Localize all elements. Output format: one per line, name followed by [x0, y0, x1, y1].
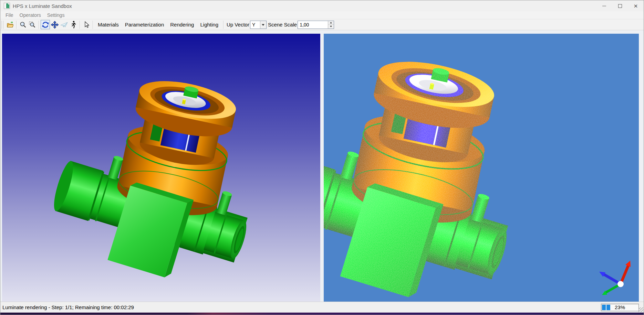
scene-scale-down-button[interactable]: [328, 25, 334, 29]
workspace: [0, 30, 644, 302]
toolbar-separator: [223, 21, 224, 29]
scene-scale-up-button[interactable]: [328, 21, 334, 25]
orbit-button[interactable]: [41, 20, 50, 29]
fly-button[interactable]: [59, 20, 69, 29]
pan-icon: [51, 21, 59, 29]
rendering-button[interactable]: Rendering: [167, 20, 197, 29]
axis-gizmo-icon: [599, 261, 631, 295]
select-button[interactable]: [82, 20, 91, 29]
open-file-icon: [6, 21, 14, 29]
up-vector-select[interactable]: Y: [250, 21, 267, 29]
menu-operators[interactable]: Operators: [17, 12, 44, 19]
minimize-button[interactable]: [596, 0, 612, 11]
scene-scale-input[interactable]: [298, 21, 328, 29]
scene-scale-spinner: [298, 21, 334, 29]
up-vector-dropdown-button[interactable]: [260, 21, 266, 29]
lighting-button[interactable]: Lighting: [197, 20, 221, 29]
toolbar-handle[interactable]: [1, 21, 3, 29]
bottom-strip: [0, 313, 644, 315]
fly-icon: [60, 21, 68, 29]
window-title: HPS x Luminate Sandbox: [13, 3, 72, 9]
parameterization-button[interactable]: Parameterization: [122, 20, 167, 29]
pan-button[interactable]: [50, 20, 59, 29]
left-viewport[interactable]: [2, 34, 320, 302]
walk-button[interactable]: [69, 20, 78, 29]
toolbar-separator: [93, 21, 93, 29]
spin-down-icon: [330, 26, 332, 28]
maximize-button[interactable]: [612, 0, 628, 11]
up-vector-value: Y: [250, 21, 260, 29]
progress-percent: 23%: [601, 304, 638, 310]
scene-scale-label: Scene Scale: [268, 22, 297, 28]
app-window: HPS x Luminate Sandbox ✕ File Operators …: [0, 0, 644, 315]
menu-file[interactable]: File: [2, 12, 17, 19]
orbit-icon: [41, 21, 50, 29]
toolbar-separator: [80, 21, 80, 29]
progress-bar: 23%: [601, 304, 639, 311]
title-bar: HPS x Luminate Sandbox ✕: [0, 0, 644, 11]
resize-grip[interactable]: [638, 307, 643, 312]
materials-button[interactable]: Materials: [95, 20, 122, 29]
zoom-window-button[interactable]: [28, 20, 37, 29]
toolbar-separator: [16, 21, 17, 29]
left-viewport-canvas[interactable]: [2, 34, 320, 302]
app-icon: [4, 3, 10, 9]
select-icon: [83, 21, 90, 29]
zoom-button[interactable]: [18, 20, 28, 29]
open-file-button[interactable]: [5, 20, 14, 29]
up-vector-label: Up Vector: [227, 22, 249, 28]
spin-up-icon: [330, 21, 332, 23]
minimize-icon: [602, 6, 606, 6]
chevron-down-icon: [262, 24, 264, 27]
zoom-window-icon: [29, 21, 36, 29]
toolbar-separator: [39, 21, 39, 29]
menu-settings[interactable]: Settings: [44, 12, 68, 19]
scene-scale-spin-buttons: [328, 21, 334, 29]
close-button[interactable]: ✕: [628, 0, 644, 11]
zoom-icon: [19, 21, 27, 29]
close-icon: ✕: [634, 3, 638, 9]
status-bar: Luminate rendering - Step: 1/1; Remainin…: [0, 302, 644, 313]
right-viewport[interactable]: [324, 34, 639, 302]
menu-bar: File Operators Settings: [0, 11, 644, 19]
toolbar: Materials Parameterization Rendering Lig…: [0, 19, 644, 30]
walk-icon: [70, 21, 77, 29]
maximize-icon: [618, 4, 622, 8]
status-text: Luminate rendering - Step: 1/1; Remainin…: [2, 304, 134, 310]
right-viewport-canvas[interactable]: [324, 34, 639, 302]
